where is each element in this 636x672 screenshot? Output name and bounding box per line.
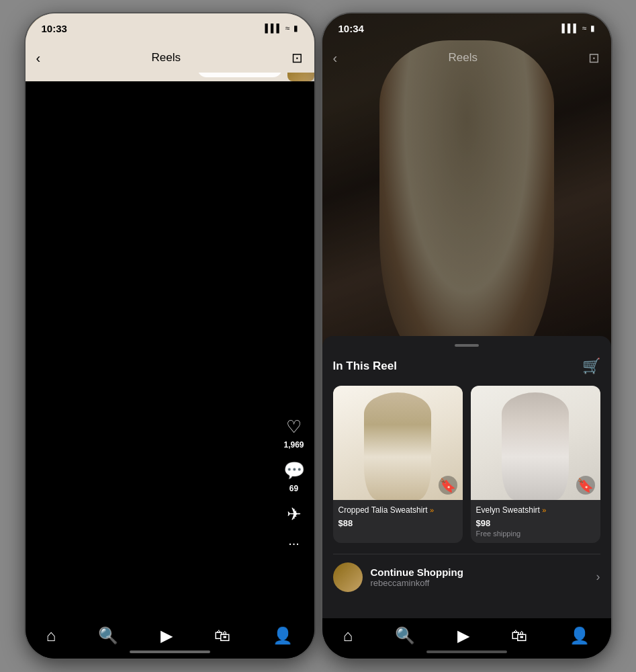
shop-tab-1[interactable]: 🛍 xyxy=(214,626,230,645)
status-bar-1: 10:33 ▌▌▌ ≈ ▮ xyxy=(26,13,314,43)
product-image-1: 🔖 xyxy=(333,386,463,500)
comment-icon-1: 💬 xyxy=(283,460,305,481)
shop-tab-2[interactable]: 🛍 xyxy=(511,626,527,645)
right-actions-1: ♡ 1,969 💬 69 ✈ ··· xyxy=(283,417,305,551)
signal-icon-1: ▌▌▌ xyxy=(265,24,282,33)
product-arrow-2: » xyxy=(542,506,546,514)
phone-2-device: 10:34 ▌▌▌ ≈ ▮ ‹ Reels ⊡ In This Reel 🛒 🔖 xyxy=(322,13,611,659)
camera-button-1[interactable]: ⊡ xyxy=(291,50,303,66)
time-2: 10:34 xyxy=(338,23,364,34)
product-card-2[interactable]: 🔖 Evelyn Sweatshirt » $98 Free shipping xyxy=(471,386,600,543)
sheet-handle xyxy=(455,344,479,347)
cs-arrow-icon: › xyxy=(596,570,600,584)
products-grid: 🔖 Cropped Talia Sweatshirt » $88 🔖 xyxy=(333,386,600,543)
battery-icon-2: ▮ xyxy=(590,24,595,33)
bookmark-button-2[interactable]: 🔖 xyxy=(576,476,595,495)
sheet-title: In This Reel xyxy=(333,360,397,373)
signal-icon-2: ▌▌▌ xyxy=(561,24,579,33)
status-icons-2: ▌▌▌ ≈ ▮ xyxy=(561,24,594,33)
comment-button-1[interactable]: 💬 69 xyxy=(283,460,305,493)
cart-icon[interactable]: 🛒 xyxy=(582,358,600,375)
profile-tab-2[interactable]: 👤 xyxy=(570,626,590,645)
product-name-text-1: Cropped Talia Sweatshirt xyxy=(338,505,428,515)
like-button-1[interactable]: ♡ 1,969 xyxy=(283,417,304,450)
product-price-2: $98 xyxy=(476,518,595,528)
phone-1-device: 10:33 ▌▌▌ ≈ ▮ ‹ Reels ⊡ ♡ 1,969 💬 69 ✈ ·… xyxy=(26,13,314,659)
product-name-1: Cropped Talia Sweatshirt » xyxy=(338,505,457,516)
back-button-2[interactable]: ‹ xyxy=(333,50,338,66)
home-tab-1[interactable]: ⌂ xyxy=(46,626,56,645)
time-1: 10:33 xyxy=(42,23,67,34)
product-info-2: Evelyn Sweatshirt » $98 Free shipping xyxy=(471,500,600,543)
heart-icon-1: ♡ xyxy=(286,417,302,437)
nav-bar-1: ‹ Reels ⊡ xyxy=(26,43,314,73)
send-icon-1: ✈ xyxy=(287,504,302,525)
product-arrow-1: » xyxy=(430,506,434,514)
cs-avatar xyxy=(333,562,363,592)
bottom-sheet: In This Reel 🛒 🔖 Cropped Talia Sweatshir… xyxy=(322,336,611,659)
search-tab-2[interactable]: 🔍 xyxy=(395,626,415,645)
product-info-1: Cropped Talia Sweatshirt » $88 xyxy=(333,500,463,535)
product-price-1: $88 xyxy=(338,518,457,528)
home-indicator-2 xyxy=(426,650,507,653)
wifi-icon-1: ≈ xyxy=(285,24,290,33)
more-button-1[interactable]: ··· xyxy=(288,536,300,551)
bookmark-button-1[interactable]: 🔖 xyxy=(439,476,457,495)
battery-icon-1: ▮ xyxy=(293,24,298,33)
nav-title-2: Reels xyxy=(449,51,478,65)
continue-shopping-button[interactable]: Continue Shopping rebeccaminkoff › xyxy=(333,554,600,600)
wifi-icon-2: ≈ xyxy=(582,24,587,33)
nav-bar-2: ‹ Reels ⊡ xyxy=(322,43,611,73)
product-card-1[interactable]: 🔖 Cropped Talia Sweatshirt » $88 xyxy=(333,386,463,543)
camera-button-2[interactable]: ⊡ xyxy=(588,50,600,66)
home-tab-2[interactable]: ⌂ xyxy=(343,626,353,645)
reels-tab-1[interactable]: ▶ xyxy=(161,626,173,645)
person-silhouette-2 xyxy=(379,40,554,363)
comment-count-1: 69 xyxy=(289,484,298,493)
cs-title: Continue Shopping xyxy=(371,566,596,578)
product-person-2 xyxy=(502,392,569,500)
profile-tab-1[interactable]: 👤 xyxy=(273,626,293,645)
home-indicator-1 xyxy=(130,650,210,653)
back-button-1[interactable]: ‹ xyxy=(36,50,41,66)
search-tab-1[interactable]: 🔍 xyxy=(98,626,118,645)
status-bar-2: 10:34 ▌▌▌ ≈ ▮ xyxy=(322,13,611,43)
send-button-1[interactable]: ✈ xyxy=(287,504,302,525)
product-name-2: Evelyn Sweatshirt » xyxy=(476,505,595,516)
product-name-text-2: Evelyn Sweatshirt xyxy=(476,505,540,515)
product-shipping-2: Free shipping xyxy=(476,530,595,538)
cs-subtitle: rebeccaminkoff xyxy=(371,578,596,588)
reels-tab-2[interactable]: ▶ xyxy=(457,626,469,645)
nav-title-1: Reels xyxy=(152,51,181,65)
like-count-1: 1,969 xyxy=(283,440,304,450)
sheet-header: In This Reel 🛒 xyxy=(333,358,600,375)
cs-text: Continue Shopping rebeccaminkoff xyxy=(371,566,596,588)
product-image-2: 🔖 xyxy=(471,386,600,500)
status-icons-1: ▌▌▌ ≈ ▮ xyxy=(265,24,298,33)
product-person-1 xyxy=(364,392,431,500)
